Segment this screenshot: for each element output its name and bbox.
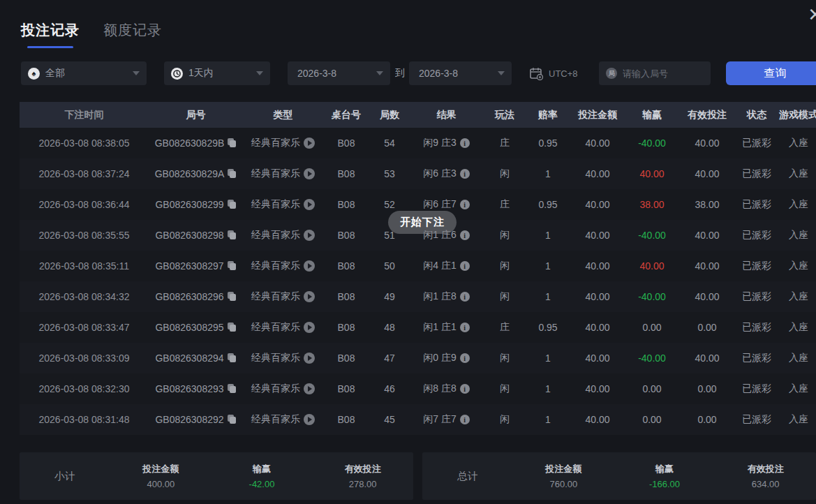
game-no-value: GB0826308294: [155, 353, 223, 364]
play-cell: 闲: [483, 290, 526, 303]
status-cell: 已派彩: [736, 168, 778, 180]
tab-bet-records[interactable]: 投注记录: [21, 21, 80, 48]
play-cell: 闲: [483, 168, 526, 180]
copy-icon[interactable]: [228, 230, 237, 240]
table-no-cell: B08: [323, 291, 369, 302]
play-icon[interactable]: [304, 199, 315, 210]
game-type-value: 全部: [45, 67, 65, 80]
odds-cell: 0.95: [526, 138, 570, 149]
result-value: 闲1 庄1: [423, 321, 456, 334]
game-mode-cell: 入座: [778, 290, 816, 303]
copy-icon[interactable]: [228, 292, 237, 302]
subtotal-title: 小计: [20, 470, 110, 483]
info-icon[interactable]: i: [460, 200, 470, 209]
header-bet-amount: 投注金额: [570, 109, 625, 121]
type-value: 经典百家乐: [251, 198, 300, 211]
info-icon[interactable]: i: [460, 323, 470, 332]
valid-bet-cell: 38.00: [678, 199, 736, 210]
play-icon[interactable]: [304, 291, 315, 302]
date-to-select[interactable]: 2026-3-8: [409, 61, 512, 85]
round-cell: 48: [369, 322, 410, 333]
search-button[interactable]: 查询: [726, 61, 816, 85]
bet-amount-cell: 40.00: [570, 322, 625, 333]
status-cell: 已派彩: [736, 321, 778, 334]
result-value: 闲7 庄7: [423, 413, 456, 426]
info-icon[interactable]: i: [460, 292, 470, 302]
header-odds: 赔率: [526, 109, 570, 121]
game-no-input[interactable]: [623, 68, 699, 79]
game-no-cell: GB0826308296: [149, 291, 243, 302]
tab-bet-records-label: 投注记录: [21, 21, 80, 40]
valid-bet-cell: 0.00: [678, 322, 736, 333]
game-no-value: GB0826308298: [155, 230, 223, 241]
copy-icon[interactable]: [228, 384, 237, 394]
play-cell: 闲: [483, 352, 526, 364]
table-row: 2026-03-08 08:33:47 GB0826308295 经典百家乐 B…: [20, 312, 816, 343]
date-to-value: 2026-3-8: [419, 68, 458, 79]
game-no-value: GB0826308299: [155, 199, 223, 210]
play-icon[interactable]: [304, 260, 315, 272]
type-cell: 经典百家乐: [243, 413, 323, 426]
play-icon[interactable]: [304, 168, 315, 179]
type-value: 经典百家乐: [251, 321, 300, 334]
date-to-label: 到: [395, 67, 405, 80]
type-cell: 经典百家乐: [243, 137, 323, 149]
odds-cell: 1: [526, 353, 570, 364]
time-range-select[interactable]: 1天内: [164, 61, 270, 85]
info-icon[interactable]: i: [460, 415, 470, 424]
total-winloss: 输赢 -166.00: [614, 463, 715, 489]
table-header-row: 下注时间 局号 类型 桌台号 局数 结果 玩法 赔率 投注金额 输赢 有效投注 …: [20, 102, 816, 128]
play-cell: 闲: [483, 229, 526, 242]
type-value: 经典百家乐: [251, 260, 300, 272]
table-no-cell: B08: [323, 322, 369, 333]
winloss-cell: 0.00: [625, 322, 678, 333]
winloss-cell: -40.00: [625, 353, 678, 364]
header-winloss: 输赢: [625, 109, 678, 121]
copy-icon[interactable]: [228, 353, 237, 363]
info-icon[interactable]: i: [460, 169, 470, 179]
odds-cell: 0.95: [526, 322, 570, 333]
copy-icon[interactable]: [228, 415, 237, 424]
play-icon[interactable]: [304, 138, 315, 149]
info-icon[interactable]: i: [460, 138, 470, 148]
bet-time-cell: 2026-03-08 08:35:11: [20, 260, 149, 272]
type-cell: 经典百家乐: [243, 168, 323, 180]
info-icon[interactable]: i: [460, 230, 470, 240]
status-cell: 已派彩: [736, 383, 778, 395]
copy-icon[interactable]: [228, 323, 237, 332]
type-value: 经典百家乐: [251, 290, 300, 303]
game-no-value: GB0826308293: [155, 383, 223, 394]
status-cell: 已派彩: [736, 290, 778, 303]
copy-icon[interactable]: [228, 138, 237, 148]
play-icon[interactable]: [304, 414, 315, 425]
copy-icon[interactable]: [228, 200, 237, 209]
status-cell: 已派彩: [736, 198, 778, 211]
summary-bar: 小计 投注金额 400.00 输赢 -42.00 有效投注 278.00 总计 …: [20, 452, 816, 500]
status-cell: 已派彩: [736, 229, 778, 242]
chevron-down-icon: [133, 71, 140, 75]
table-row: 2026-03-08 08:38:05 GB082630829B 经典百家乐 B…: [20, 128, 816, 158]
play-icon[interactable]: [304, 383, 315, 394]
odds-cell: 1: [526, 414, 570, 425]
play-icon[interactable]: [304, 353, 315, 364]
round-cell: 52: [369, 199, 410, 210]
date-from-select[interactable]: 2026-3-8: [288, 61, 390, 85]
table-row: 2026-03-08 08:34:32 GB0826308296 经典百家乐 B…: [20, 281, 816, 312]
type-cell: 经典百家乐: [243, 260, 323, 272]
game-type-select[interactable]: ♠ 全部: [21, 61, 147, 85]
chevron-down-icon: [256, 71, 263, 75]
close-icon[interactable]: ✕: [808, 6, 816, 24]
tab-quota-records[interactable]: 额度记录: [103, 21, 162, 48]
play-cell: 闲: [483, 383, 526, 395]
game-mode-cell: 入座: [778, 168, 816, 180]
status-cell: 已派彩: [736, 352, 778, 364]
copy-icon[interactable]: [228, 261, 237, 271]
status-cell: 已派彩: [736, 137, 778, 149]
play-icon[interactable]: [304, 322, 315, 333]
play-icon[interactable]: [304, 230, 315, 241]
bet-time-cell: 2026-03-08 08:38:05: [20, 138, 149, 149]
info-icon[interactable]: i: [460, 261, 470, 271]
copy-icon[interactable]: [228, 169, 237, 179]
info-icon[interactable]: i: [460, 384, 470, 394]
info-icon[interactable]: i: [460, 353, 470, 363]
